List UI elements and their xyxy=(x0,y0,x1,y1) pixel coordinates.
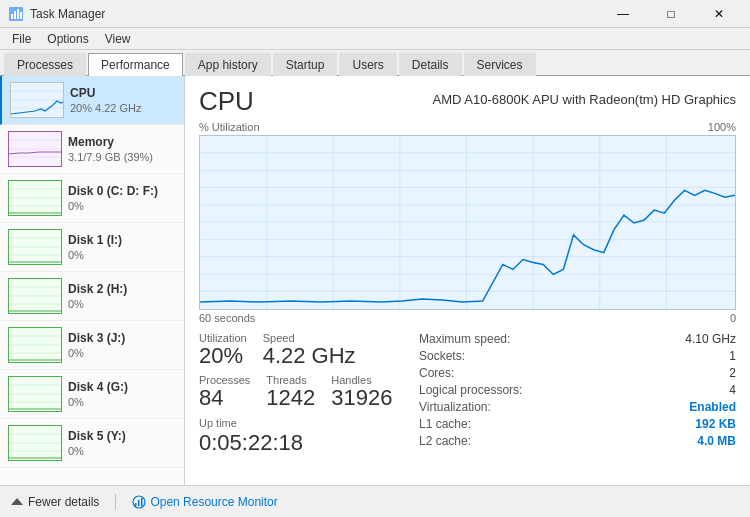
memory-name: Memory xyxy=(68,135,176,149)
chart-time-start: 60 seconds xyxy=(199,312,255,324)
svg-rect-37 xyxy=(200,136,735,309)
window-title: Task Manager xyxy=(30,7,105,21)
cpu-thumbnail xyxy=(10,82,64,118)
resource-item-disk0[interactable]: Disk 0 (C: D: F:) 0% xyxy=(0,174,184,223)
tab-app-history[interactable]: App history xyxy=(185,53,271,76)
processes-row: Processes 84 Threads 1242 Handles 31926 xyxy=(199,374,399,410)
resource-item-cpu[interactable]: CPU 20% 4.22 GHz xyxy=(0,76,184,125)
cpu-info: CPU 20% 4.22 GHz xyxy=(70,86,176,114)
disk1-detail: 0% xyxy=(68,249,176,261)
disk3-detail: 0% xyxy=(68,347,176,359)
max-speed-value: 4.10 GHz xyxy=(685,332,736,346)
spec-l2: L2 cache: 4.0 MB xyxy=(419,434,736,448)
svg-rect-58 xyxy=(141,498,143,506)
tab-performance[interactable]: Performance xyxy=(88,53,183,76)
tab-bar: Processes Performance App history Startu… xyxy=(0,50,750,76)
disk2-thumbnail xyxy=(8,278,62,314)
cores-label: Cores: xyxy=(419,366,454,380)
disk3-info: Disk 3 (J:) 0% xyxy=(68,331,176,359)
maximize-button[interactable]: □ xyxy=(648,0,694,28)
sockets-value: 1 xyxy=(729,349,736,363)
resource-item-memory[interactable]: Memory 3.1/7.9 GB (39%) xyxy=(0,125,184,174)
l2-value: 4.0 MB xyxy=(697,434,736,448)
memory-detail: 3.1/7.9 GB (39%) xyxy=(68,151,176,163)
title-bar: Task Manager — □ ✕ xyxy=(0,0,750,28)
disk2-info: Disk 2 (H:) 0% xyxy=(68,282,176,310)
handles-value: 31926 xyxy=(331,386,392,410)
window-controls: — □ ✕ xyxy=(600,0,742,28)
uptime-label: Up time xyxy=(199,417,237,429)
disk0-info: Disk 0 (C: D: F:) 0% xyxy=(68,184,176,212)
disk3-name: Disk 3 (J:) xyxy=(68,331,176,345)
minimize-button[interactable]: — xyxy=(600,0,646,28)
utilization-speed-row: Utilization 20% Speed 4.22 GHz xyxy=(199,332,399,368)
disk1-info: Disk 1 (I:) 0% xyxy=(68,233,176,261)
utilization-value: 20% xyxy=(199,344,247,368)
uptime-value: 0:05:22:18 xyxy=(199,430,399,456)
tab-processes[interactable]: Processes xyxy=(4,53,86,76)
logical-value: 4 xyxy=(729,383,736,397)
disk0-name: Disk 0 (C: D: F:) xyxy=(68,184,176,198)
resource-item-disk5[interactable]: Disk 5 (Y:) 0% xyxy=(0,419,184,468)
disk2-name: Disk 2 (H:) xyxy=(68,282,176,296)
threads-group: Threads 1242 xyxy=(266,374,315,410)
specs-panel: Maximum speed: 4.10 GHz Sockets: 1 Cores… xyxy=(419,332,736,456)
cpu-name: CPU xyxy=(70,86,176,100)
spec-max-speed: Maximum speed: 4.10 GHz xyxy=(419,332,736,346)
spec-l1: L1 cache: 192 KB xyxy=(419,417,736,431)
memory-info: Memory 3.1/7.9 GB (39%) xyxy=(68,135,176,163)
tab-services[interactable]: Services xyxy=(464,53,536,76)
close-button[interactable]: ✕ xyxy=(696,0,742,28)
logical-label: Logical processors: xyxy=(419,383,522,397)
disk5-thumbnail xyxy=(8,425,62,461)
cpu-header: CPU AMD A10-6800K APU with Radeon(tm) HD… xyxy=(199,86,736,117)
resource-item-disk3[interactable]: Disk 3 (J:) 0% xyxy=(0,321,184,370)
fewer-details-label: Fewer details xyxy=(28,495,99,509)
utilization-group: Utilization 20% xyxy=(199,332,247,368)
fewer-details-button[interactable]: Fewer details xyxy=(10,495,99,509)
threads-value: 1242 xyxy=(266,386,315,410)
virt-value: Enabled xyxy=(689,400,736,414)
spec-logical: Logical processors: 4 xyxy=(419,383,736,397)
l1-label: L1 cache: xyxy=(419,417,471,431)
main-content: CPU 20% 4.22 GHz Memory 3.1/7.9 GB (39%) xyxy=(0,76,750,485)
chart-svg xyxy=(200,136,735,309)
processes-value: 84 xyxy=(199,386,250,410)
spec-cores: Cores: 2 xyxy=(419,366,736,380)
disk4-name: Disk 4 (G:) xyxy=(68,380,176,394)
svg-rect-1 xyxy=(11,14,13,19)
cpu-detail-panel: CPU AMD A10-6800K APU with Radeon(tm) HD… xyxy=(185,76,750,485)
resource-item-disk4[interactable]: Disk 4 (G:) 0% xyxy=(0,370,184,419)
bottom-bar: Fewer details Open Resource Monitor xyxy=(0,485,750,517)
menu-file[interactable]: File xyxy=(4,30,39,48)
resource-item-disk2[interactable]: Disk 2 (H:) 0% xyxy=(0,272,184,321)
tab-startup[interactable]: Startup xyxy=(273,53,338,76)
sockets-label: Sockets: xyxy=(419,349,465,363)
open-resource-monitor-label: Open Resource Monitor xyxy=(150,495,277,509)
stats-section: Utilization 20% Speed 4.22 GHz Processes… xyxy=(199,332,736,456)
l2-label: L2 cache: xyxy=(419,434,471,448)
processes-group: Processes 84 xyxy=(199,374,250,410)
disk4-info: Disk 4 (G:) 0% xyxy=(68,380,176,408)
resource-monitor-icon xyxy=(132,495,146,509)
menu-bar: File Options View xyxy=(0,28,750,50)
menu-view[interactable]: View xyxy=(97,30,139,48)
svg-rect-56 xyxy=(135,503,137,506)
resource-item-disk1[interactable]: Disk 1 (I:) 0% xyxy=(0,223,184,272)
cpu-chart xyxy=(199,135,736,310)
svg-rect-3 xyxy=(17,9,19,19)
disk5-info: Disk 5 (Y:) 0% xyxy=(68,429,176,457)
open-resource-monitor-button[interactable]: Open Resource Monitor xyxy=(132,495,277,509)
cpu-detail: 20% 4.22 GHz xyxy=(70,102,176,114)
menu-options[interactable]: Options xyxy=(39,30,96,48)
speed-value: 4.22 GHz xyxy=(263,344,356,368)
resource-list: CPU 20% 4.22 GHz Memory 3.1/7.9 GB (39%) xyxy=(0,76,185,485)
chart-y-max: 100% xyxy=(708,121,736,133)
tab-users[interactable]: Users xyxy=(339,53,396,76)
l1-value: 192 KB xyxy=(695,417,736,431)
disk5-detail: 0% xyxy=(68,445,176,457)
svg-rect-4 xyxy=(20,12,22,19)
speed-group: Speed 4.22 GHz xyxy=(263,332,356,368)
chart-time-labels: 60 seconds 0 xyxy=(199,312,736,324)
tab-details[interactable]: Details xyxy=(399,53,462,76)
